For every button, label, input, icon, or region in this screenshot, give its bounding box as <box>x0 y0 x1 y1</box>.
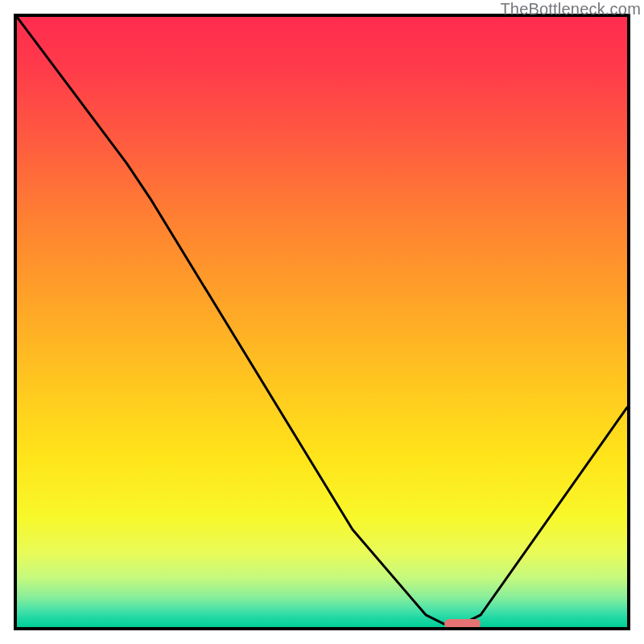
bottleneck-chart: TheBottleneck.com <box>0 0 644 644</box>
plot-gradient-background <box>17 17 627 627</box>
optimal-range-marker <box>444 619 481 629</box>
watermark-text: TheBottleneck.com <box>500 0 641 19</box>
